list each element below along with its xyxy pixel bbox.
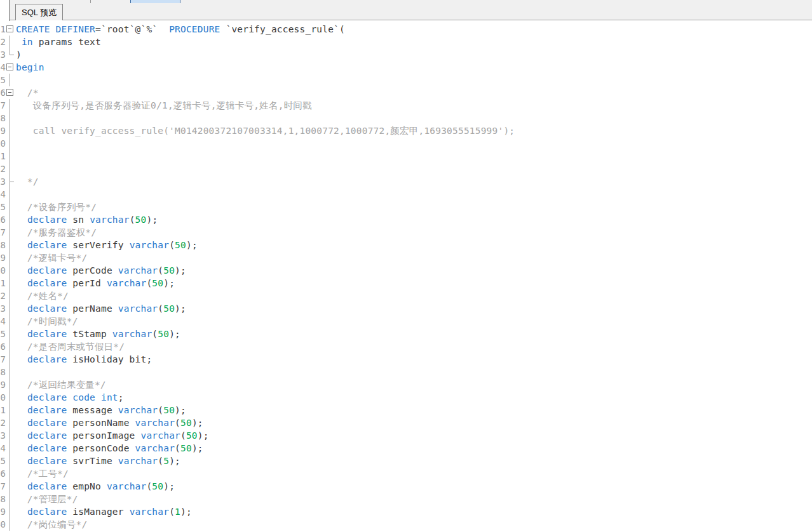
fold-guide [6, 277, 16, 289]
code-text: /* [16, 86, 39, 99]
sql-editor[interactable]: 1CREATE DEFINER=`root`@`%` PROCEDURE `ve… [0, 20, 812, 532]
line-number: 34 [0, 442, 6, 455]
line-number: 5 [0, 74, 6, 86]
code-line: 35 declare svrTime varchar(5); [0, 455, 812, 467]
code-text: /*岗位编号*/ [16, 518, 87, 531]
line-number: 30 [0, 391, 6, 404]
code-line: 7 设备序列号,是否服务器验证0/1,逻辑卡号,逻辑卡号,姓名,时间戳 [0, 99, 812, 112]
line-number: 17 [0, 226, 6, 239]
code-line: 37 declare empNo varchar(50); [0, 480, 812, 493]
code-line: 14 [0, 188, 812, 201]
line-number: 28 [0, 366, 6, 378]
tab-sql-preview-label: SQL 预览 [22, 7, 57, 18]
line-number: 6 [0, 86, 6, 99]
fold-guide [6, 366, 16, 378]
code-line: 4begin [0, 61, 812, 74]
code-text: declare tStamp varchar(50); [16, 328, 180, 340]
code-line: 15 /*设备序列号*/ [0, 201, 812, 213]
code-line: 32 declare personName varchar(50); [0, 416, 812, 429]
code-line: 40 /*岗位编号*/ [0, 518, 812, 531]
fold-toggle[interactable] [6, 86, 16, 99]
fold-guide [6, 99, 16, 112]
fold-guide [6, 112, 16, 124]
code-text: declare personName varchar(50); [16, 416, 203, 429]
fold-guide [6, 416, 16, 429]
code-text: /*逻辑卡号*/ [16, 251, 87, 264]
line-number: 10 [0, 137, 6, 150]
fold-guide [6, 340, 16, 353]
line-number: 19 [0, 251, 6, 264]
fold-guide [6, 353, 16, 366]
code-line: 10 [0, 137, 812, 150]
code-line: 26 /*是否周末或节假日*/ [0, 340, 812, 353]
line-number: 36 [0, 467, 6, 480]
fold-guide [6, 442, 16, 455]
fold-collapse-icon[interactable] [6, 25, 13, 32]
line-number: 9 [0, 124, 6, 137]
fold-toggle[interactable] [6, 23, 16, 36]
code-line: 25 declare tStamp varchar(50); [0, 328, 812, 340]
line-number: 23 [0, 302, 6, 315]
code-text: declare message varchar(50); [16, 404, 186, 416]
fold-guide [6, 213, 16, 226]
code-text: /*时间戳*/ [16, 315, 78, 328]
code-line: 20 declare perCode varchar(50); [0, 264, 812, 277]
fold-guide [6, 175, 16, 188]
fold-collapse-icon[interactable] [6, 89, 13, 96]
code-text: 设备序列号,是否服务器验证0/1,逻辑卡号,逻辑卡号,姓名,时间戳 [16, 99, 312, 112]
code-line: 1CREATE DEFINER=`root`@`%` PROCEDURE `ve… [0, 23, 812, 36]
code-text: CREATE DEFINER=`root`@`%` PROCEDURE `ver… [16, 23, 345, 36]
fold-guide [6, 493, 16, 505]
fold-guide [6, 239, 16, 251]
fold-toggle[interactable] [6, 61, 16, 74]
line-number: 39 [0, 505, 6, 518]
fold-guide [6, 518, 16, 531]
tab-sql-preview[interactable]: SQL 预览 [15, 4, 63, 20]
code-text: declare sn varchar(50); [16, 213, 158, 226]
code-text: declare personImage varchar(50); [16, 429, 209, 442]
code-line: 16 declare sn varchar(50); [0, 213, 812, 226]
fold-guide [6, 505, 16, 518]
fold-collapse-icon[interactable] [6, 63, 13, 70]
code-line: 30 declare code int; [0, 391, 812, 404]
fold-guide [6, 378, 16, 391]
tab-partial-selected[interactable] [0, 0, 10, 21]
line-number: 27 [0, 353, 6, 366]
line-number: 38 [0, 493, 6, 505]
code-line: 27 declare isHoliday bit; [0, 353, 812, 366]
fold-guide [6, 264, 16, 277]
line-number: 4 [0, 61, 6, 74]
fold-guide [6, 289, 16, 302]
code-text: ) [16, 48, 22, 61]
fold-guide [6, 480, 16, 493]
line-number: 12 [0, 163, 6, 175]
line-number: 33 [0, 429, 6, 442]
code-text: declare perCode varchar(50); [16, 264, 186, 277]
line-number: 20 [0, 264, 6, 277]
fold-guide [6, 74, 16, 86]
code-line: 13 */ [0, 175, 812, 188]
code-line: 39 declare isManager varchar(1); [0, 505, 812, 518]
line-number: 32 [0, 416, 6, 429]
code-line: 24 /*时间戳*/ [0, 315, 812, 328]
code-line: 29 /*返回结果变量*/ [0, 378, 812, 391]
line-number: 16 [0, 213, 6, 226]
fold-guide [6, 188, 16, 201]
line-number: 26 [0, 340, 6, 353]
fold-guide [6, 404, 16, 416]
code-text: /*是否周末或节假日*/ [16, 340, 125, 353]
line-number: 15 [0, 201, 6, 213]
code-line: 2 in params text [0, 36, 812, 48]
fold-guide [6, 467, 16, 480]
fold-guide [6, 36, 16, 48]
code-line: 33 declare personImage varchar(50); [0, 429, 812, 442]
code-line: 31 declare message varchar(50); [0, 404, 812, 416]
code-line: 38 /*管理层*/ [0, 493, 812, 505]
fold-guide [6, 328, 16, 340]
line-number: 13 [0, 175, 6, 188]
sql-preview-window: SQL 预览 1CREATE DEFINER=`root`@`%` PROCED… [0, 0, 812, 532]
code-line: 34 declare personCode varchar(50); [0, 442, 812, 455]
fold-guide [6, 455, 16, 467]
fold-guide [6, 315, 16, 328]
line-number: 11 [0, 150, 6, 163]
